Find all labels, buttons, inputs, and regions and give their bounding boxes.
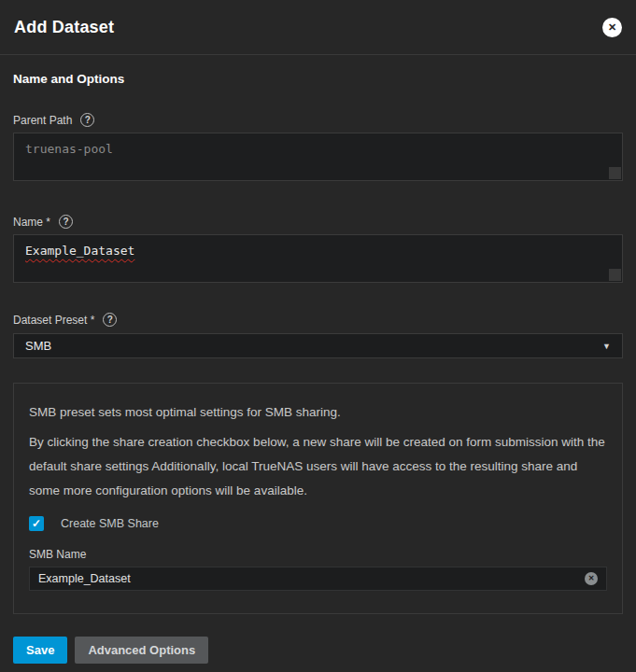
parent-path-value: truenas-pool <box>25 142 113 156</box>
smb-name-input[interactable] <box>38 572 585 585</box>
parent-path-input: truenas-pool <box>13 133 623 181</box>
page-title: Add Dataset <box>14 18 114 37</box>
dialog-header: Add Dataset ✕ <box>0 0 636 55</box>
section-title: Name and Options <box>13 55 623 86</box>
smb-description-1: SMB preset sets most optimal settings fo… <box>29 400 607 425</box>
action-bar: Save Advanced Options <box>13 637 623 664</box>
dialog-body: Name and Options Parent Path ? truenas-p… <box>0 55 636 664</box>
help-icon[interactable]: ? <box>80 113 94 127</box>
dataset-preset-label: Dataset Preset * <box>13 314 94 327</box>
smb-description-2: By clicking the share creation checkbox … <box>29 430 607 503</box>
name-value: Example_Dataset <box>25 244 134 258</box>
close-button[interactable]: ✕ <box>602 18 622 37</box>
dataset-preset-label-row: Dataset Preset * ? <box>13 313 623 327</box>
dataset-preset-value: SMB <box>25 339 51 353</box>
clear-icon: ✕ <box>588 575 595 582</box>
parent-path-label: Parent Path <box>13 114 72 127</box>
create-smb-share-checkbox[interactable]: ✓ <box>29 516 44 531</box>
smb-name-field: ✕ <box>29 567 607 591</box>
chevron-down-icon: ▼ <box>602 342 611 351</box>
dataset-preset-select[interactable]: SMB ▼ <box>13 333 623 358</box>
name-label: Name * <box>13 216 50 229</box>
smb-name-label: SMB Name <box>29 548 607 561</box>
clear-input-button[interactable]: ✕ <box>585 572 598 585</box>
resize-handle[interactable] <box>609 167 621 179</box>
close-icon: ✕ <box>608 22 616 33</box>
smb-preset-panel: SMB preset sets most optimal settings fo… <box>13 383 623 614</box>
advanced-options-button[interactable]: Advanced Options <box>75 637 208 664</box>
name-label-row: Name * ? <box>13 215 623 229</box>
parent-path-label-row: Parent Path ? <box>13 113 623 127</box>
help-icon[interactable]: ? <box>103 313 117 327</box>
name-input[interactable]: Example_Dataset <box>13 234 623 283</box>
check-icon: ✓ <box>32 518 41 529</box>
create-smb-share-row[interactable]: ✓ Create SMB Share <box>29 516 607 531</box>
create-smb-share-label[interactable]: Create SMB Share <box>61 517 159 530</box>
resize-handle[interactable] <box>609 269 621 281</box>
help-icon[interactable]: ? <box>59 215 73 229</box>
save-button[interactable]: Save <box>13 637 67 664</box>
